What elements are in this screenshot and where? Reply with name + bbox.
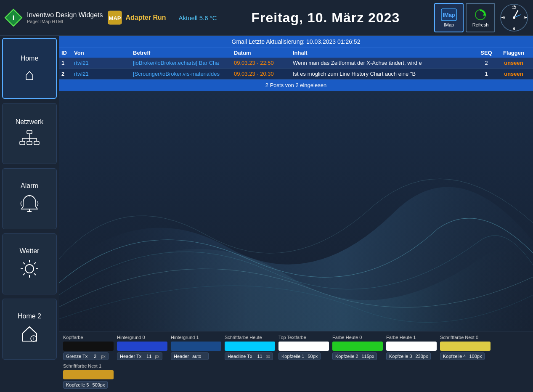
email-footer: 2 Posts von 2 eingelesen	[59, 79, 533, 91]
setting-input-schriftfarbe_next0[interactable]: Kopfzeile 4100px	[440, 352, 485, 360]
app-title: Inventwo Design Widgets	[27, 11, 103, 19]
email-header: Gmail Letzte Aktualisierung: 10.03.2023 …	[59, 36, 533, 48]
adapter-icon: MAP	[107, 10, 122, 25]
setting-group-hintergrund1: Hintergrund 1Headerauto	[171, 335, 221, 360]
setting-input-label: Grenze Tx	[66, 354, 88, 359]
col-header-id: ID	[61, 50, 74, 56]
adapter-area: MAP Adapter Run	[107, 10, 166, 25]
setting-group-schriftfarbe_next0: Schriftfarbe Next 0Kopfzeile 4100px	[440, 335, 491, 360]
color-swatch-schriftfarbe_next1[interactable]	[63, 370, 114, 379]
email-footer-text: 2 Posts von 2 eingelesen	[265, 82, 326, 88]
setting-input-schriftfarbe_next1[interactable]: Kopfzeile 5500px	[63, 381, 108, 389]
sidebar-item-wetter[interactable]: Wetter	[2, 233, 57, 294]
setting-group-farbe_heute1: Farbe Heute 1Kopfzeile 3230px	[386, 335, 437, 360]
setting-input-value: 11	[256, 354, 264, 359]
svg-point-30	[29, 195, 30, 196]
svg-line-41	[29, 327, 37, 334]
app-subtitle: Page: IMap HTML	[27, 19, 103, 24]
setting-group-top_textfarbe: Top TextfarbeKopfzeile 150px	[278, 335, 329, 360]
svg-point-19	[513, 16, 515, 19]
svg-line-37	[34, 273, 36, 275]
refresh-label: Refresh	[472, 22, 489, 27]
color-swatch-farbe_heute1[interactable]	[386, 342, 437, 351]
color-swatch-top_textfarbe[interactable]	[278, 342, 329, 351]
setting-label-farbe_heute1: Farbe Heute 1	[386, 335, 416, 340]
color-swatch-farbe_heute0[interactable]	[332, 342, 383, 351]
setting-input-farbe_heute1[interactable]: Kopfzeile 3230px	[386, 352, 431, 360]
topbar: i Inventwo Design Widgets Page: IMap HTM…	[0, 0, 533, 36]
setting-input-label: Kopfzeile 4	[443, 354, 466, 359]
svg-text:i: i	[12, 13, 14, 22]
weather-icon	[20, 259, 39, 281]
setting-input-value: 500px	[92, 382, 105, 387]
color-swatch-schriftfarbe_heute[interactable]	[225, 342, 275, 351]
svg-text:i: i	[33, 337, 34, 341]
cell-inhalt: Ist es möglich zum Line History Chart au…	[293, 71, 476, 77]
svg-rect-21	[20, 141, 25, 145]
col-header-betreff: Betreff	[133, 50, 234, 56]
setting-input-label: Kopfzeile 1	[281, 354, 304, 359]
color-swatch-kopffarbe[interactable]	[63, 342, 114, 351]
cell-flaggen: unseen	[497, 60, 530, 66]
sidebar-item-home2-label: Home 2	[18, 313, 41, 320]
wave-area	[59, 91, 533, 331]
col-header-inhalt: Inhalt	[293, 50, 476, 56]
setting-group-hintergrund0: Hintergrund 0Header Tx11px	[117, 335, 167, 360]
cell-seq: 2	[476, 60, 497, 66]
sidebar-item-home2[interactable]: Home 2 i	[2, 299, 57, 360]
table-row[interactable]: 1 rtwl21 [ioBroker/ioBroker.echarts] Bar…	[59, 58, 533, 69]
setting-input-unit: px	[266, 354, 270, 359]
imap-button[interactable]: IMap IMap	[434, 3, 464, 32]
sidebar-item-netzwerk[interactable]: Netzwerk	[2, 103, 57, 164]
setting-input-schriftfarbe_heute[interactable]: Headline Tx11px	[225, 352, 273, 360]
setting-group-farbe_heute0: Farbe Heute 0Kopfzeile 2115px	[332, 335, 383, 360]
cell-von: rtwl21	[74, 60, 133, 66]
logo-icon: i	[4, 8, 23, 27]
imap-label: IMap	[444, 22, 454, 27]
setting-input-label: Kopfzeile 5	[66, 382, 89, 387]
setting-input-hintergrund1[interactable]: Headerauto	[171, 352, 209, 360]
home-icon: ⌂	[25, 66, 34, 82]
email-rows: 1 rtwl21 [ioBroker/ioBroker.echarts] Bar…	[59, 58, 533, 79]
temperature-display: Aktuell 5.6 °C	[179, 14, 217, 21]
setting-input-kopffarbe[interactable]: Grenze Tx2px	[63, 352, 109, 360]
cell-von: rtwl21	[74, 71, 133, 77]
svg-text:6: 6	[513, 26, 515, 31]
setting-input-farbe_heute0[interactable]: Kopfzeile 2115px	[332, 352, 377, 360]
col-header-flaggen: Flaggen	[497, 50, 530, 56]
date-display: Freitag, 10. März 2023	[217, 10, 434, 26]
setting-label-schriftfarbe_heute: Schriftfarbe Heute	[225, 335, 262, 340]
setting-input-value: auto	[192, 354, 201, 359]
setting-input-hintergrund0[interactable]: Header Tx11px	[117, 352, 162, 360]
svg-line-40	[22, 327, 29, 334]
table-row[interactable]: 2 rtwl21 [Scrounger/ioBroker.vis-materia…	[59, 69, 533, 79]
color-swatch-schriftfarbe_next0[interactable]	[440, 342, 491, 351]
sidebar: Home ⌂ Netzwerk Alarm	[0, 36, 59, 392]
color-swatch-hintergrund0[interactable]	[117, 342, 167, 351]
setting-label-hintergrund0: Hintergrund 0	[117, 335, 145, 340]
sidebar-item-home[interactable]: Home ⌂	[2, 38, 57, 99]
svg-text:3: 3	[523, 16, 525, 20]
setting-input-unit: px	[155, 354, 159, 359]
cell-datum: 09.03.23 - 22:50	[234, 60, 293, 66]
setting-label-kopffarbe: Kopffarbe	[63, 335, 83, 340]
sidebar-item-alarm[interactable]: Alarm	[2, 168, 57, 229]
setting-label-schriftfarbe_next1: Schriftfarbe Next 1	[63, 363, 101, 368]
setting-input-value: 230px	[415, 354, 428, 359]
sidebar-item-home-label: Home	[21, 55, 39, 62]
color-swatch-hintergrund1[interactable]	[171, 342, 221, 351]
clock-display: 12 3 6 9	[499, 3, 529, 32]
cell-datum: 09.03.23 - 20:30	[234, 71, 293, 77]
setting-group-kopffarbe: KopffarbeGrenze Tx2px	[63, 335, 114, 360]
setting-input-label: Header Tx	[120, 354, 141, 359]
alarm-icon	[20, 194, 39, 216]
setting-input-unit: px	[101, 354, 106, 359]
email-table-header: ID Von Betreff Datum Inhalt SEQ Flaggen	[59, 48, 533, 58]
cell-id: 2	[61, 71, 74, 77]
cell-betreff: [Scrounger/ioBroker.vis-materialdes	[133, 71, 234, 77]
imap-icon: IMap	[441, 8, 457, 21]
setting-label-top_textfarbe: Top Textfarbe	[278, 335, 306, 340]
refresh-button[interactable]: Refresh	[466, 3, 495, 32]
setting-input-top_textfarbe[interactable]: Kopfzeile 150px	[278, 352, 321, 360]
settings-bar: KopffarbeGrenze Tx2pxHintergrund 0Header…	[59, 331, 533, 392]
